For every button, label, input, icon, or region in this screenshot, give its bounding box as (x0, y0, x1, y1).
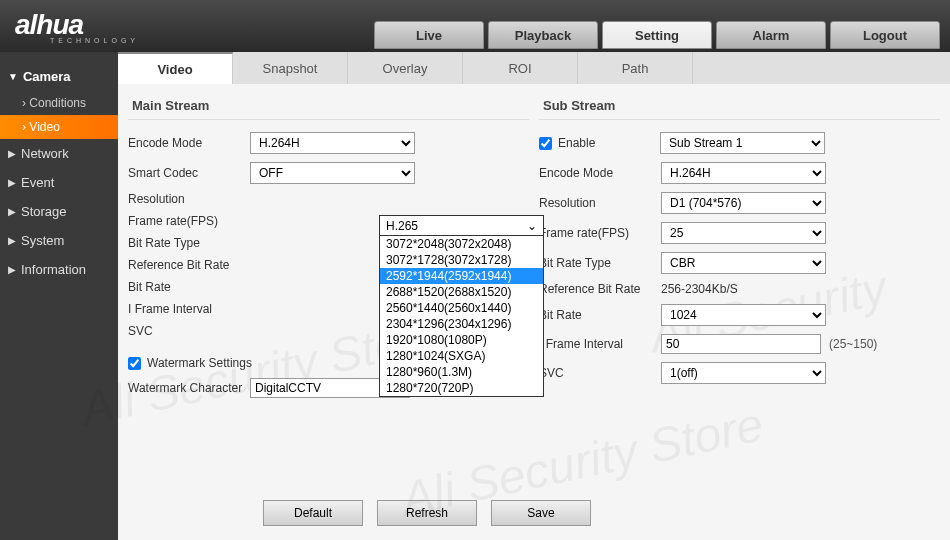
sub-i-frame-input[interactable] (661, 334, 821, 354)
sub-stream-panel: Sub Stream EnableSub Stream 1 Encode Mod… (539, 92, 940, 482)
resolution-dropdown-head[interactable]: H.265⌄ (380, 216, 543, 236)
tab-video[interactable]: Video (118, 52, 233, 84)
logo-text: alhua (15, 9, 83, 40)
logo: alhua TECHNOLOGY (10, 9, 139, 44)
sub-svc-select[interactable]: 1(off) (661, 362, 826, 384)
nav-logout[interactable]: Logout (830, 21, 940, 49)
resolution-option[interactable]: 1280*720(720P) (380, 380, 543, 396)
watermark-settings-label: Watermark Settings (147, 356, 252, 370)
nav-alarm[interactable]: Alarm (716, 21, 826, 49)
sub-bit-rate-type-label: Bit Rate Type (539, 256, 661, 270)
sub-i-frame-label: I Frame Interval (539, 337, 661, 351)
sidebar-item-camera[interactable]: ▼Camera (0, 62, 118, 91)
resolution-option[interactable]: 1280*1024(SXGA) (380, 348, 543, 364)
chevron-down-icon: ⌄ (527, 219, 537, 233)
substream-select[interactable]: Sub Stream 1 (660, 132, 825, 154)
button-bar: Default Refresh Save (118, 490, 950, 540)
main: ▼Camera › Conditions › Video ▶Network ▶E… (0, 52, 950, 540)
encode-mode-label: Encode Mode (128, 136, 250, 150)
chevron-right-icon: ▶ (8, 206, 16, 217)
sub-encode-mode-label: Encode Mode (539, 166, 661, 180)
svc-label: SVC (128, 324, 250, 338)
resolution-option[interactable]: 2592*1944(2592x1944) (380, 268, 543, 284)
i-frame-label: I Frame Interval (128, 302, 250, 316)
sub-svc-label: SVC (539, 366, 661, 380)
chevron-right-icon: ▶ (8, 148, 16, 159)
frame-rate-label: Frame rate(FPS) (128, 214, 250, 228)
resolution-option[interactable]: 1280*960(1.3M) (380, 364, 543, 380)
nav-playback[interactable]: Playback (488, 21, 598, 49)
sidebar-sub-video[interactable]: › Video (0, 115, 118, 139)
watermark-char-label: Watermark Character (128, 381, 250, 395)
encode-mode-select[interactable]: H.264H (250, 132, 415, 154)
sidebar-item-storage[interactable]: ▶Storage (0, 197, 118, 226)
chevron-down-icon: ▼ (8, 71, 18, 82)
sub-tabs: Video Snapshot Overlay ROI Path (118, 52, 950, 84)
sub-frame-rate-select[interactable]: 25 (661, 222, 826, 244)
tab-overlay[interactable]: Overlay (348, 52, 463, 84)
sidebar-item-system[interactable]: ▶System (0, 226, 118, 255)
content: Video Snapshot Overlay ROI Path Ali Secu… (118, 52, 950, 540)
sidebar-item-network[interactable]: ▶Network (0, 139, 118, 168)
sub-frame-rate-label: Frame rate(FPS) (539, 226, 661, 240)
resolution-option[interactable]: 2688*1520(2688x1520) (380, 284, 543, 300)
chevron-right-icon: ▶ (8, 264, 16, 275)
resolution-dropdown[interactable]: H.265⌄ 3072*2048(3072x2048) 3072*1728(30… (379, 215, 544, 397)
tab-path[interactable]: Path (578, 52, 693, 84)
bit-rate-label: Bit Rate (128, 280, 250, 294)
bit-rate-type-label: Bit Rate Type (128, 236, 250, 250)
resolution-option[interactable]: 2560*1440(2560x1440) (380, 300, 543, 316)
save-button[interactable]: Save (491, 500, 591, 526)
sub-bit-rate-type-select[interactable]: CBR (661, 252, 826, 274)
nav-tabs: Live Playback Setting Alarm Logout (374, 3, 940, 49)
sidebar-item-event[interactable]: ▶Event (0, 168, 118, 197)
ref-bit-rate-label: Reference Bit Rate (128, 258, 250, 272)
nav-live[interactable]: Live (374, 21, 484, 49)
sidebar-item-information[interactable]: ▶Information (0, 255, 118, 284)
tab-snapshot[interactable]: Snapshot (233, 52, 348, 84)
sub-encode-mode-select[interactable]: H.264H (661, 162, 826, 184)
sub-stream-title: Sub Stream (539, 92, 940, 120)
smart-codec-label: Smart Codec (128, 166, 250, 180)
panels: Ali Security Store Ali Security Store Al… (118, 84, 950, 490)
resolution-option[interactable]: 3072*2048(3072x2048) (380, 236, 543, 252)
enable-checkbox[interactable] (539, 137, 552, 150)
sub-bit-rate-label: Bit Rate (539, 308, 661, 322)
main-stream-title: Main Stream (128, 92, 529, 120)
chevron-right-icon: ▶ (8, 235, 16, 246)
sub-bit-rate-select[interactable]: 1024 (661, 304, 826, 326)
tab-roi[interactable]: ROI (463, 52, 578, 84)
sidebar-sub-conditions[interactable]: › Conditions (0, 91, 118, 115)
default-button[interactable]: Default (263, 500, 363, 526)
resolution-option[interactable]: 2304*1296(2304x1296) (380, 316, 543, 332)
chevron-right-icon: ▶ (8, 177, 16, 188)
refresh-button[interactable]: Refresh (377, 500, 477, 526)
logo-subtext: TECHNOLOGY (50, 37, 139, 44)
resolution-option[interactable]: 3072*1728(3072x1728) (380, 252, 543, 268)
resolution-label: Resolution (128, 192, 250, 206)
header: alhua TECHNOLOGY Live Playback Setting A… (0, 0, 950, 52)
sub-resolution-select[interactable]: D1 (704*576) (661, 192, 826, 214)
sidebar: ▼Camera › Conditions › Video ▶Network ▶E… (0, 52, 118, 540)
watermark-checkbox[interactable] (128, 357, 141, 370)
enable-label: Enable (558, 136, 660, 150)
sub-i-frame-hint: (25~150) (829, 337, 877, 351)
nav-setting[interactable]: Setting (602, 21, 712, 49)
sub-ref-bit-rate-label: Reference Bit Rate (539, 282, 661, 296)
sub-resolution-label: Resolution (539, 196, 661, 210)
smart-codec-select[interactable]: OFF (250, 162, 415, 184)
sub-ref-bit-rate-value: 256-2304Kb/S (661, 282, 738, 296)
resolution-option[interactable]: 1920*1080(1080P) (380, 332, 543, 348)
